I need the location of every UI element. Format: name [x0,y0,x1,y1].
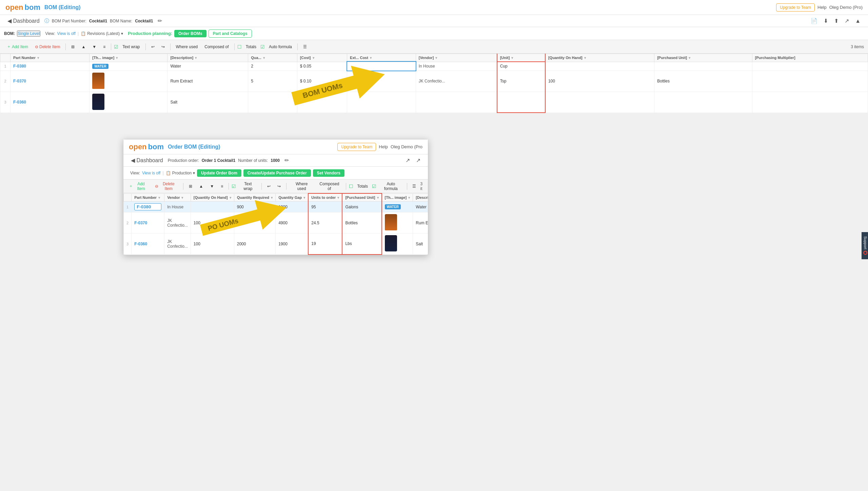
view-label: View: [45,31,55,36]
purch-mult-cell-3 [752,92,868,113]
user-menu-button[interactable]: Oleg Demo (Pro) [829,5,863,10]
where-used-button[interactable]: Where used [173,43,201,51]
qty-on-hand-filter-icon[interactable]: ▾ [584,56,586,60]
auto-formula-checkbox[interactable]: ☑ [260,44,265,50]
bom-name-label: BOM Name: [110,19,132,23]
unit-cell-1: Cup [497,62,545,71]
page-title: BOM (Editing) [44,4,81,11]
toolbar-sep-4 [170,43,171,50]
qty-filter-icon[interactable]: ▾ [263,56,265,60]
qty-cell-1: 2 [248,62,297,71]
totals-button[interactable]: Totals [243,43,259,51]
nav-right: Upgrade to Team Help Oleg Demo (Pro) [776,3,863,12]
image-cell-2 [90,71,167,92]
image-filter-icon[interactable]: ▾ [116,56,118,60]
purch-mult-cell-1 [752,62,868,71]
text-wrap-button[interactable]: Text wrap [120,43,142,51]
col-cost: [Cost] ▾ [297,54,347,62]
part-number-filter-icon[interactable]: ▾ [37,56,39,60]
logo-bom-text: bom [25,3,40,12]
share-icon-button[interactable]: ↗ [843,17,851,25]
cost-filter-icon[interactable]: ▾ [313,56,314,60]
top-nav: openbom BOM (Editing) Upgrade to Team He… [0,0,868,15]
more-options-button[interactable]: ☰ [300,43,310,51]
top-window: openbom BOM (Editing) Upgrade to Team He… [0,0,868,113]
unit-filter-icon[interactable]: ▾ [511,56,513,60]
revisions-button[interactable]: 📋 Revisions (Latest) ▾ [81,31,123,36]
auto-formula-button[interactable]: Auto formula [266,43,295,51]
dashboard-back-button[interactable]: ◀ Dashboard [5,17,42,25]
toolbar-sep-2 [111,43,111,50]
col-part-number: Part Number ▾ [11,54,90,62]
part-catalogs-button[interactable]: Part and Catalogs [209,30,252,38]
production-planning-label: Production planning: [128,31,172,36]
indent-button[interactable]: ≡ [100,43,108,51]
upload-icon-button[interactable]: ⬆ [832,17,841,25]
purchased-unit-cell-2: Bottles [654,71,752,92]
bom-label: BOM: [4,31,15,36]
col-qty-on-hand: [Quantity On Hand] ▾ [545,54,654,62]
edit-bom-name-button[interactable]: ✏ [156,17,164,25]
add-item-label: Add Item [12,44,28,49]
rum-image [92,73,104,89]
collapse-button[interactable]: ▲ [853,17,863,25]
add-item-button[interactable]: ＋ Add Item [4,42,31,51]
order-boms-button[interactable]: Order BOMs [174,30,206,37]
purchased-unit-filter-icon[interactable]: ▾ [689,56,690,60]
desc-filter-icon[interactable]: ▾ [195,56,197,60]
row-number-1: 1 [0,62,11,71]
controls-bar: BOM: Single Level View: View is off | 📋 … [0,27,868,40]
table-row: 3 F-0360 Salt [0,92,868,113]
undo-button[interactable]: ↩ [149,43,157,51]
totals-checkbox[interactable]: ☐ [237,44,242,50]
move-up-button[interactable]: ▲ [79,43,88,51]
unit-cell-2: Tsp [497,71,545,92]
add-icon: ＋ [7,44,11,50]
grid-view-button[interactable]: ⊞ [68,43,77,51]
move-down-button[interactable]: ▼ [90,43,99,51]
table-row: 2 F-0370 Rum Extract 5 $ 0.10 JK Confect… [0,71,868,92]
item-count: 3 items [851,44,864,49]
purchased-unit-cell-3 [654,92,752,113]
revisions-label: Revisions (Latest) [87,31,120,36]
col-qty: Qua... ▾ [248,54,297,62]
delete-icon: ⊖ [35,44,38,49]
download-icon-button[interactable]: ⬇ [822,17,830,25]
bom-level-button[interactable]: Single Level [17,31,40,37]
upgrade-team-button[interactable]: Upgrade to Team [776,3,815,12]
qty-on-hand-cell-3 [545,92,654,113]
redo-button[interactable]: ↪ [159,43,167,51]
toolbar-sep-5 [234,43,235,50]
image-cell-3 [90,92,167,113]
qty-cell-3 [248,92,297,113]
description-cell-1: Water [167,62,248,71]
bom-part-number-label: BOM Part Number: [52,19,86,23]
vendor-cell-3 [416,92,497,113]
logo-open-text: open [5,3,23,12]
col-row-num [0,54,11,62]
document-icon-button[interactable]: 📄 [809,17,820,25]
vendor-filter-icon[interactable]: ▾ [435,56,437,60]
bom-name-value: Cocktail1 [135,19,153,23]
qty-on-hand-cell-2: 100 [545,71,654,92]
text-wrap-label: Text wrap [122,44,140,49]
view-value-button[interactable]: View is off [57,31,76,36]
help-button[interactable]: Help [817,5,827,10]
purchased-unit-cell-1 [654,62,752,71]
table-row: 1 F-0380 WATER Water 2 $ 0.05 In House C… [0,62,868,71]
composed-of-button[interactable]: Composed of [202,43,231,51]
revisions-icon: 📋 [81,31,86,36]
purch-mult-cell-2 [752,71,868,92]
part-number-cell-2[interactable]: F-0370 [11,71,90,92]
col-description: [Description] ▾ [167,54,248,62]
part-number-cell-1[interactable]: F-0380 [11,62,90,71]
vendor-cell-2: JK Confectio... [416,71,497,92]
qty-on-hand-cell-1 [545,62,654,71]
table-header-row: Part Number ▾ [Th... image] ▾ [Descripti… [0,54,868,62]
text-wrap-checkbox[interactable]: ☑ [114,44,118,50]
row-number-3: 3 [0,92,11,113]
image-cell-1: WATER [90,62,167,71]
part-number-cell-3[interactable]: F-0360 [11,92,90,113]
delete-item-button[interactable]: ⊖ Delete Item [32,43,63,51]
vendor-cell-1: In House [416,62,497,71]
